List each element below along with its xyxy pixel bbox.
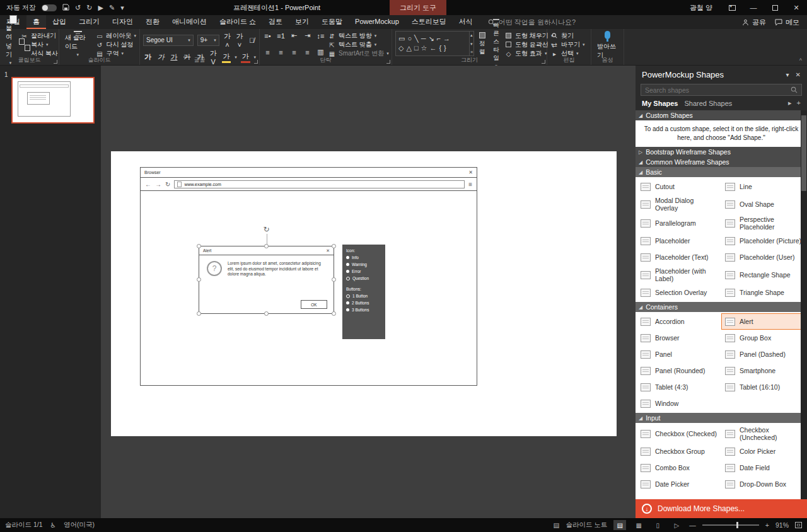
fit-to-window-icon[interactable]: [795, 522, 802, 528]
shape-item[interactable]: Color Picker: [721, 444, 806, 460]
radio-option[interactable]: Error: [346, 269, 381, 274]
slide[interactable]: Browser ✕ ← → ↻ www.example.com ≡: [111, 151, 617, 436]
shape-item[interactable]: Drop-Down Box: [721, 477, 806, 493]
tab-shared-shapes[interactable]: Shared Shapes: [684, 100, 732, 107]
panel-menu-icon[interactable]: ▾: [786, 71, 789, 78]
radio-option[interactable]: Info: [346, 255, 381, 260]
arrange-button[interactable]: 정렬: [477, 31, 488, 57]
ribbon-tab[interactable]: 삽입: [46, 15, 73, 29]
dialog-launcher-icon[interactable]: [54, 60, 57, 64]
start-slideshow-icon[interactable]: ▶: [98, 4, 103, 11]
shape-item[interactable]: Modal Dialog Overlay: [637, 195, 721, 214]
shape-item[interactable]: Date Field: [721, 460, 806, 477]
copy-button[interactable]: 복사▾: [20, 40, 58, 49]
shape-item[interactable]: Checkbox (Checked): [637, 424, 721, 443]
save-icon[interactable]: [62, 4, 69, 12]
panel-add-icon[interactable]: +: [797, 99, 801, 107]
replace-button[interactable]: ⇄바꾸기▾: [550, 40, 588, 49]
layout-button[interactable]: ▭레이아웃▾: [95, 32, 136, 40]
reset-button[interactable]: ↺다시 설정: [95, 40, 136, 49]
ribbon-tab[interactable]: 홈: [26, 15, 46, 29]
resize-handle-tr[interactable]: [332, 244, 336, 248]
zoom-slider-thumb[interactable]: [736, 522, 738, 528]
resize-handle-ml[interactable]: [197, 277, 201, 282]
zoom-in-icon[interactable]: +: [765, 521, 769, 529]
section-common-shapes[interactable]: ◢ Common Wireframe Shapes: [636, 157, 807, 167]
zoom-out-icon[interactable]: —: [689, 521, 696, 529]
panel-close-icon[interactable]: ✕: [796, 71, 801, 78]
increase-font-icon[interactable]: 가˄: [223, 32, 231, 49]
shape-item[interactable]: Placeholder (User): [721, 249, 806, 265]
section-custom-shapes[interactable]: ◢ Custom Shapes: [636, 110, 807, 120]
shape-item[interactable]: Panel: [637, 346, 721, 362]
ribbon-tab[interactable]: 전환: [139, 15, 166, 29]
dialog-launcher-icon[interactable]: [254, 60, 258, 64]
shape-item[interactable]: Oval Shape: [721, 195, 806, 214]
radio-option[interactable]: 3 Buttons: [346, 308, 381, 312]
redo-icon[interactable]: ↻: [86, 4, 92, 11]
shape-item[interactable]: Placeholder (Picture): [721, 233, 806, 249]
line-spacing-icon[interactable]: ↕≡: [316, 32, 325, 40]
resize-handle-bm[interactable]: [264, 311, 269, 316]
undo-icon[interactable]: ↺: [75, 4, 81, 11]
panel-nav-arrow-icon[interactable]: ▸: [788, 99, 792, 107]
normal-view-icon[interactable]: ▤: [613, 520, 626, 530]
alert-wireframe[interactable]: Alert ✕ ? Lorem ipsum dolor sit amet, co…: [199, 246, 334, 314]
shapes-search[interactable]: [641, 84, 802, 96]
notes-label[interactable]: 슬라이드 노트: [566, 521, 607, 529]
accessibility-icon[interactable]: ♿: [50, 521, 56, 529]
shape-item[interactable]: Smartphone: [721, 362, 806, 379]
shape-item[interactable]: Panel (Rounded): [637, 362, 721, 379]
section-bootstrap-shapes[interactable]: ▷ Bootstrap Wireframe Shapes: [636, 147, 807, 157]
find-button[interactable]: 찾기: [550, 32, 588, 40]
shapes-search-input[interactable]: [645, 86, 791, 94]
justify-icon[interactable]: ≡: [303, 49, 312, 56]
quick-styles-button[interactable]: 빠른 스타일 ▾: [491, 31, 502, 57]
comments-button[interactable]: 메모: [775, 18, 799, 27]
reading-view-icon[interactable]: ▯: [651, 520, 664, 530]
radio-option[interactable]: 2 Buttons: [346, 301, 381, 305]
shape-item[interactable]: Checkbox Group: [637, 444, 721, 460]
slide-sorter-view-icon[interactable]: ▦: [632, 520, 645, 530]
language-indicator[interactable]: 영어(미국): [64, 521, 95, 529]
shape-item[interactable]: Cutout: [637, 178, 721, 195]
tab-my-shapes[interactable]: My Shapes: [642, 100, 678, 107]
cut-button[interactable]: ✂잘라내기: [20, 32, 58, 40]
bullets-icon[interactable]: ≡•: [263, 32, 272, 40]
dialog-launcher-icon[interactable]: [542, 60, 545, 64]
ribbon-display-options-icon[interactable]: [721, 0, 743, 15]
shape-outline-button[interactable]: 도형 윤곽선▾: [504, 40, 553, 49]
align-right-icon[interactable]: ≡: [289, 49, 299, 56]
shape-item[interactable]: Combo Box: [637, 460, 721, 477]
shape-item[interactable]: Tablet (4:3): [637, 379, 721, 395]
radio-option[interactable]: Warning: [346, 262, 381, 267]
align-center-icon[interactable]: ≡: [276, 49, 286, 56]
section-input[interactable]: ◢ Input: [636, 413, 807, 423]
collapse-ribbon-icon[interactable]: ^: [799, 57, 802, 64]
shape-item[interactable]: Line: [721, 178, 806, 195]
share-button[interactable]: 공유: [742, 18, 766, 27]
rotation-handle[interactable]: ↻: [263, 225, 269, 234]
panel-scrollbar[interactable]: [801, 110, 807, 499]
resize-handle-bl[interactable]: [197, 311, 201, 316]
slideshow-view-icon[interactable]: ▷: [670, 520, 683, 530]
resize-handle-tl[interactable]: [197, 244, 201, 248]
ribbon-tab[interactable]: 그리기: [73, 15, 106, 29]
user-name[interactable]: 광철 양: [690, 3, 712, 13]
ribbon-tab[interactable]: 보기: [289, 15, 315, 29]
numbering-icon[interactable]: ≡1: [276, 32, 286, 40]
shape-item[interactable]: Tablet (16:10): [721, 379, 806, 395]
clear-formatting-icon[interactable]: 가̸: [248, 37, 256, 44]
decrease-indent-icon[interactable]: ⇤: [289, 32, 299, 40]
scrollbar-thumb[interactable]: [801, 115, 806, 191]
ribbon-tab[interactable]: 서식: [453, 15, 479, 29]
tell-me-search[interactable]: 어떤 작업을 원하시나요?: [488, 15, 576, 29]
zoom-level[interactable]: 91%: [775, 521, 789, 529]
radio-option[interactable]: Question: [346, 276, 381, 280]
slide-thumbnail[interactable]: [13, 78, 93, 122]
ok-button[interactable]: OK: [301, 300, 327, 309]
download-more-shapes-button[interactable]: ↓ Download More Shapes...: [636, 499, 807, 518]
increase-indent-icon[interactable]: ⇥: [303, 32, 312, 40]
shape-item[interactable]: Window: [637, 395, 721, 412]
resize-handle-tm[interactable]: [264, 244, 269, 248]
